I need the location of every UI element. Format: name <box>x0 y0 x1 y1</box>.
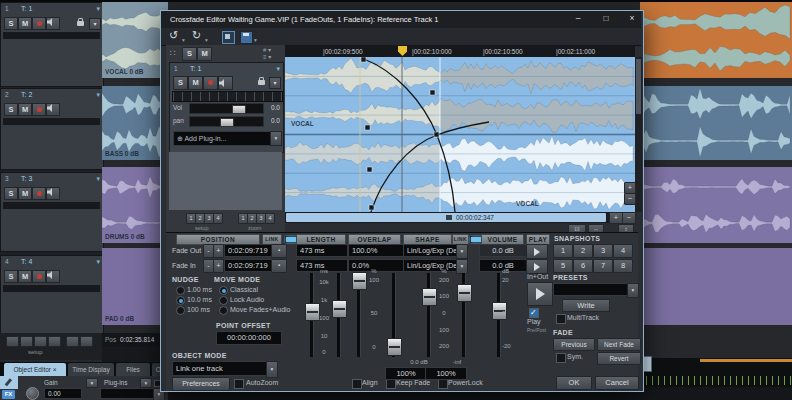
fade-out-shape-field[interactable]: Lin/Log/Exp (Defau <box>403 244 461 257</box>
solo-button[interactable]: S <box>4 103 18 116</box>
shape-out-percent-field[interactable]: 100% <box>385 367 427 380</box>
shape-out-fader-handle[interactable] <box>422 288 437 306</box>
chevron-down-icon[interactable]: ▾ <box>96 175 100 183</box>
nudge-100ms-label[interactable]: 100 ms <box>187 306 210 314</box>
gain-knob[interactable] <box>26 387 39 400</box>
snapshot-3-button[interactable]: 3 <box>593 244 613 258</box>
preset-select-field[interactable] <box>553 283 633 296</box>
snapshot-6-button[interactable]: 6 <box>573 259 593 273</box>
save-dropdown-icon[interactable]: ▾ <box>254 36 257 44</box>
save-icon[interactable] <box>240 31 253 44</box>
clip-bass-right[interactable] <box>640 86 792 160</box>
multitrack-label[interactable]: MultiTrack <box>567 314 599 322</box>
solo-button[interactable]: S <box>173 76 188 90</box>
fade-in-shape-dropdown[interactable]: ▾ <box>456 259 468 274</box>
chevron-down-icon[interactable]: ▾ <box>276 65 280 73</box>
drag-handle-icon[interactable]: ∷ <box>170 49 176 57</box>
volume-slider-handle[interactable] <box>232 105 246 114</box>
plugin-slot-field[interactable] <box>100 388 160 399</box>
horizontal-scrollbar-thumb[interactable]: 00:00:02:347 <box>286 213 606 222</box>
zoom-out-vertical-button[interactable]: − <box>624 193 636 205</box>
shape-in-percent-field[interactable]: 100% <box>425 367 467 380</box>
volume-slider[interactable] <box>189 103 264 114</box>
move-lock-audio-label[interactable]: Lock Audio <box>230 296 264 304</box>
preferences-button[interactable]: Preferences <box>172 377 230 391</box>
write-button[interactable]: Write <box>562 299 610 312</box>
record-button[interactable] <box>32 187 46 200</box>
clip-vocal-right[interactable] <box>640 2 792 78</box>
revert-button[interactable]: Revert <box>597 352 641 365</box>
record-button[interactable] <box>32 270 46 283</box>
lock-icon[interactable] <box>258 80 265 85</box>
setup-button[interactable] <box>48 336 61 347</box>
monitor-button[interactable] <box>46 270 60 283</box>
powerlock-label[interactable]: PowerLock <box>448 379 483 387</box>
record-button[interactable] <box>203 76 218 90</box>
zoom-in-button[interactable]: + <box>609 212 623 224</box>
mute-button[interactable]: M <box>18 270 32 283</box>
snapshot-4-button[interactable]: 4 <box>613 244 633 258</box>
keep-fade-label[interactable]: Keep Fade <box>396 379 430 387</box>
object-mode-field[interactable]: Link one track <box>172 361 270 376</box>
play-fade-out-button[interactable] <box>526 244 548 259</box>
fade-in-shape-field[interactable]: Lin/Log/Exp (Defau <box>403 259 461 272</box>
move-classical-label[interactable]: Classical <box>230 286 258 294</box>
horizontal-scrollbar[interactable]: 00:00:02:347 + − <box>285 212 635 223</box>
preset-dropdown[interactable]: ▾ <box>627 283 639 298</box>
play-checkbox[interactable] <box>529 308 539 318</box>
monitor-button[interactable] <box>218 76 233 90</box>
nudge-1ms-radio[interactable] <box>176 286 185 295</box>
powerlock-checkbox[interactable] <box>438 379 448 389</box>
monitor-button[interactable] <box>46 187 60 200</box>
clip-bass-left[interactable]: BASS 0 dB <box>102 86 168 160</box>
record-button[interactable] <box>32 17 46 30</box>
tab-files[interactable]: Files <box>116 363 150 376</box>
align-label[interactable]: Align <box>362 379 378 387</box>
track-header-2[interactable]: 2 T: 2 ▾ S M <box>0 88 104 170</box>
vertical-scrollbar[interactable] <box>635 57 642 212</box>
move-fades-audio-radio[interactable] <box>219 306 228 315</box>
fade-out-overlap-field[interactable]: 100.0% <box>348 244 404 257</box>
align-checkbox[interactable] <box>352 379 362 389</box>
close-icon[interactable]: × <box>53 366 57 373</box>
track-header-4[interactable]: 4 T: 4 ▾ S M <box>0 255 104 335</box>
fade-in-plus-button[interactable]: + <box>213 259 224 273</box>
box-options-button[interactable]: ▾ <box>269 77 281 89</box>
solo-button[interactable]: S <box>4 187 18 200</box>
setup-preset-4[interactable]: 4 <box>213 213 223 224</box>
point-offset-field[interactable]: 00:00:00:000 <box>216 331 282 345</box>
setup-button[interactable] <box>34 336 47 347</box>
fade-in-grid-button[interactable]: ▪ <box>271 259 287 273</box>
fade-out-volume-field[interactable]: 0.0 dB <box>479 244 527 257</box>
close-button[interactable]: × <box>624 12 640 25</box>
undo-dropdown-icon[interactable]: ▾ <box>182 36 185 44</box>
play-in-out-button[interactable] <box>527 282 553 306</box>
track-header-1[interactable]: 1 T: 1 ▾ S M ▾ <box>0 2 104 87</box>
dialog-title-bar[interactable]: Crossfade Editor Waiting Game.VIP (1 Fad… <box>161 11 641 28</box>
panel-menu-icon[interactable]: ≡ ▾ <box>263 53 271 61</box>
length-in-fader-handle[interactable] <box>332 300 347 318</box>
gain-value-field[interactable]: 0.00 <box>44 388 82 399</box>
redo-icon[interactable]: ↻ <box>192 31 201 39</box>
object-mode-dropdown[interactable]: ▾ <box>266 361 278 378</box>
snapshot-2-button[interactable]: 2 <box>573 244 593 258</box>
track-options-button[interactable]: ▾ <box>89 18 101 30</box>
solo-button[interactable]: S <box>4 270 18 283</box>
timeline-ruler-bg[interactable] <box>640 358 792 387</box>
fade-out-time-field[interactable]: 0:02:09:719 <box>224 244 274 257</box>
mute-button[interactable]: M <box>18 103 32 116</box>
nudge-10ms-radio[interactable] <box>176 296 185 305</box>
autozoom-label[interactable]: AutoZoom <box>246 379 278 387</box>
mute-button[interactable]: M <box>18 187 32 200</box>
nudge-10ms-label[interactable]: 10.0 ms <box>187 296 212 304</box>
zoom-out-button[interactable]: − <box>622 212 636 224</box>
chevron-down-icon[interactable]: ▾ <box>96 258 100 266</box>
monitor-button[interactable] <box>46 17 60 30</box>
move-fades-audio-label[interactable]: Move Fades+Audio <box>230 306 291 314</box>
ok-button[interactable]: OK <box>556 376 592 390</box>
solo-button[interactable]: S <box>182 47 197 61</box>
plugins-dropdown[interactable]: ▾ <box>140 378 152 388</box>
fade-out-length-field[interactable]: 473 ms <box>296 244 348 257</box>
maximize-button[interactable]: □ <box>598 12 614 25</box>
nudge-100ms-radio[interactable] <box>176 306 185 315</box>
